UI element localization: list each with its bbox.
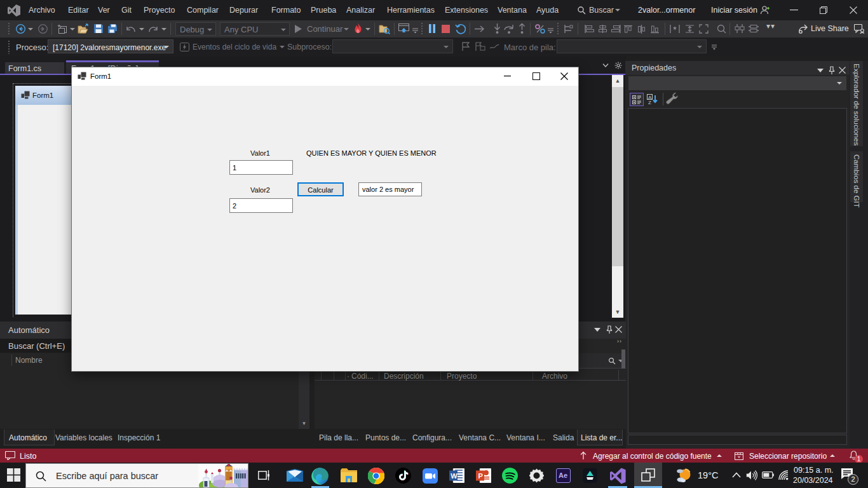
- svg-text:W: W: [451, 472, 458, 480]
- svg-text:P: P: [478, 472, 483, 480]
- svg-text:Z: Z: [648, 100, 651, 105]
